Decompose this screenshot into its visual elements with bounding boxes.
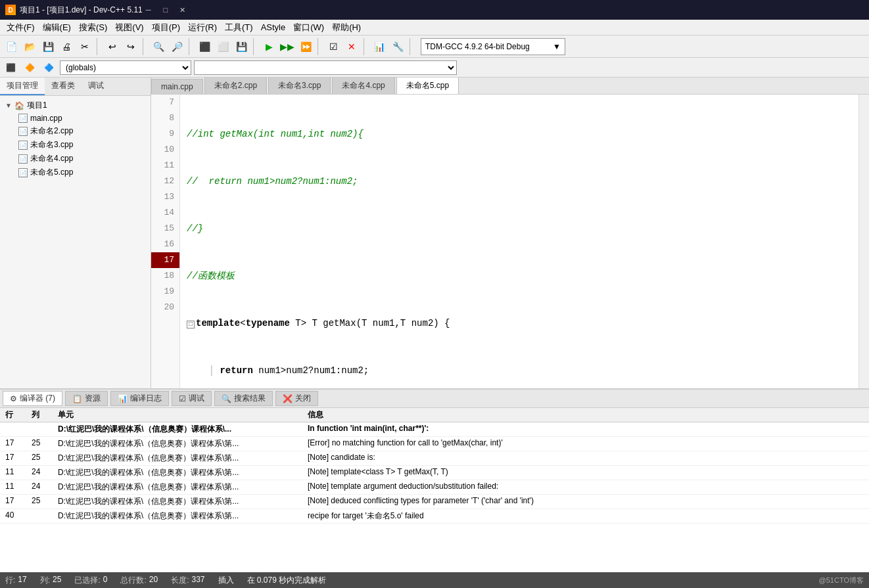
bottom-tab-close[interactable]: ❌ 关闭 bbox=[275, 391, 318, 406]
function-dropdown[interactable] bbox=[194, 60, 457, 75]
table-row[interactable]: 17 25 D:\红泥巴\我的课程体系\（信息奥赛）课程体系\第... [Not… bbox=[0, 451, 869, 466]
vertical-scrollbar[interactable] bbox=[858, 95, 869, 388]
linenum-17: 17 bbox=[151, 252, 179, 268]
code-content[interactable]: //int getMax(int num1,int num2){ // retu… bbox=[180, 95, 858, 388]
bookmark-button[interactable]: 🔧 bbox=[389, 38, 406, 55]
bottom-tab-compiler[interactable]: ⚙ 编译器 (7) bbox=[3, 391, 62, 406]
len-label: 长度: bbox=[171, 575, 189, 586]
sidebar: 项目管理 查看类 调试 ▼ 🏠 项目1 📄 main.cpp 📄 未命名2.cp… bbox=[0, 78, 151, 388]
sidebar-item-main[interactable]: 📄 main.cpp bbox=[3, 112, 148, 124]
editor-tabs: main.cpp 未命名2.cpp 未命名3.cpp 未命名4.cpp 未命名5… bbox=[151, 78, 869, 95]
run-button[interactable]: ▶▶ bbox=[279, 38, 296, 55]
sidebar-item-unnamed5[interactable]: 📄 未命名5.cpp bbox=[3, 166, 148, 179]
project-button[interactable]: ⬛ bbox=[3, 59, 19, 76]
tab-unnamed5[interactable]: 未命名5.cpp bbox=[396, 78, 459, 94]
file-icon-unnamed3: 📄 bbox=[18, 141, 28, 150]
cell-unit: D:\红泥巴\我的课程体系\（信息奥赛）课程体系\第... bbox=[53, 480, 302, 495]
collapse-icon: ▼ bbox=[5, 102, 12, 109]
close-button[interactable]: ✕ bbox=[177, 4, 189, 16]
menu-astyle[interactable]: AStyle bbox=[257, 21, 290, 34]
unindent-button[interactable]: ⬜ bbox=[214, 38, 231, 55]
open-button[interactable]: 📂 bbox=[21, 38, 38, 55]
profile-button[interactable]: 📊 bbox=[371, 38, 388, 55]
table-row[interactable]: 17 25 D:\红泥巴\我的课程体系\（信息奥赛）课程体系\第... [Err… bbox=[0, 437, 869, 451]
minimize-button[interactable]: ─ bbox=[143, 4, 154, 16]
save-button[interactable]: 💾 bbox=[39, 38, 57, 55]
file-name-unnamed4: 未命名4.cpp bbox=[30, 153, 73, 164]
cell-msg: In function 'int main(int, char**)': bbox=[302, 422, 869, 437]
table-row[interactable]: 11 24 D:\红泥巴\我的课程体系\（信息奥赛）课程体系\第... [Not… bbox=[0, 466, 869, 480]
sidebar-tab-project[interactable]: 项目管理 bbox=[0, 78, 45, 95]
new-file-button[interactable]: 📄 bbox=[3, 38, 20, 55]
bottom-tab-log[interactable]: 📊 编译日志 bbox=[110, 391, 169, 406]
sidebar-tab-debug[interactable]: 调试 bbox=[82, 78, 110, 95]
project-root[interactable]: ▼ 🏠 项目1 bbox=[3, 99, 148, 112]
save-all-button[interactable]: 🖨 bbox=[58, 38, 75, 55]
status-parse: 在 0.079 秒内完成解析 bbox=[247, 575, 327, 586]
table-row[interactable]: D:\红泥巴\我的课程体系\（信息奥赛）课程体系\... In function… bbox=[0, 422, 869, 437]
table-row[interactable]: 40 D:\红泥巴\我的课程体系\（信息奥赛）课程体系\第... recipe … bbox=[0, 509, 869, 524]
bottom-tabs: ⚙ 编译器 (7) 📋 资源 📊 编译日志 ☑ 调试 🔍 搜索结果 ❌ 关闭 bbox=[0, 390, 869, 408]
close-tab-label: 关闭 bbox=[295, 393, 311, 404]
menu-view[interactable]: 视图(V) bbox=[111, 20, 147, 35]
toolbar-separator-5 bbox=[317, 38, 321, 55]
linenum-8: 8 bbox=[151, 110, 179, 126]
compile-button[interactable]: ▶ bbox=[260, 38, 277, 55]
resources-tab-label: 资源 bbox=[85, 393, 101, 404]
cell-unit: D:\红泥巴\我的课程体系\（信息奥赛）课程体系\第... bbox=[53, 451, 302, 466]
sidebar-tab-class[interactable]: 查看类 bbox=[45, 78, 82, 95]
fold-marker-11[interactable]: □ bbox=[187, 321, 195, 328]
menu-file[interactable]: 文件(F) bbox=[3, 20, 39, 35]
tab-unnamed4[interactable]: 未命名4.cpp bbox=[332, 78, 394, 94]
menu-edit[interactable]: 编辑(E) bbox=[39, 20, 75, 35]
sidebar-item-unnamed2[interactable]: 📄 未命名2.cpp bbox=[3, 124, 148, 138]
debug-button[interactable]: ☑ bbox=[325, 38, 342, 55]
menu-tools[interactable]: 工具(T) bbox=[221, 20, 257, 35]
sidebar-item-unnamed3[interactable]: 📄 未命名3.cpp bbox=[3, 138, 148, 152]
globals-dropdown[interactable]: (globals) bbox=[60, 60, 191, 75]
bottom-tab-debug[interactable]: ☑ 调试 bbox=[172, 391, 212, 406]
menu-project[interactable]: 项目(P) bbox=[148, 20, 184, 35]
cell-col bbox=[26, 422, 53, 437]
tab-unnamed2[interactable]: 未命名2.cpp bbox=[204, 78, 267, 94]
table-row[interactable]: 11 24 D:\红泥巴\我的课程体系\（信息奥赛）课程体系\第... [Not… bbox=[0, 480, 869, 495]
table-row[interactable]: 17 25 D:\红泥巴\我的课程体系\（信息奥赛）课程体系\第... [Not… bbox=[0, 495, 869, 509]
sidebar-item-unnamed4[interactable]: 📄 未命名4.cpp bbox=[3, 152, 148, 166]
tab-unnamed3[interactable]: 未命名3.cpp bbox=[268, 78, 331, 94]
format-button[interactable]: 💾 bbox=[233, 38, 250, 55]
cell-unit: D:\红泥巴\我的课程体系\（信息奥赛）课程体系\第... bbox=[53, 437, 302, 451]
bottom-tab-resources[interactable]: 📋 资源 bbox=[65, 391, 108, 406]
compile-run-button[interactable]: ⏩ bbox=[297, 38, 314, 55]
redo-button[interactable]: ↪ bbox=[122, 38, 139, 55]
menu-search[interactable]: 搜索(S) bbox=[75, 20, 111, 35]
file-name-main: main.cpp bbox=[30, 114, 62, 123]
window-controls: ─ □ ✕ bbox=[143, 4, 189, 16]
linenum-15: 15 bbox=[151, 221, 179, 237]
code-line-7: //int getMax(int num1,int num2){ bbox=[187, 126, 858, 142]
find-button[interactable]: 🔍 bbox=[150, 38, 167, 55]
close-file-button[interactable]: ✂ bbox=[76, 38, 93, 55]
code-editor[interactable]: 7 8 9 10 11 12 13 14 15 16 17 18 19 20 /… bbox=[151, 95, 869, 388]
resources-tab-icon: 📋 bbox=[72, 394, 82, 403]
close-tab-icon: ❌ bbox=[283, 394, 293, 403]
replace-button[interactable]: 🔎 bbox=[168, 38, 185, 55]
debug-tab-label: 调试 bbox=[189, 393, 204, 404]
class-button[interactable]: 🔶 bbox=[22, 59, 38, 76]
indent-button[interactable]: ⬛ bbox=[196, 38, 213, 55]
stop-button[interactable]: ✕ bbox=[343, 38, 360, 55]
compiler-selector[interactable]: TDM-GCC 4.9.2 64-bit Debug ▼ bbox=[421, 38, 565, 55]
bottom-tab-search[interactable]: 🔍 搜索结果 bbox=[214, 391, 273, 406]
maximize-button[interactable]: □ bbox=[160, 4, 172, 16]
menu-window[interactable]: 窗口(W) bbox=[289, 20, 328, 35]
debug-tab-icon: ☑ bbox=[179, 394, 186, 403]
mode-val: 插入 bbox=[218, 575, 234, 586]
tab-main-cpp[interactable]: main.cpp bbox=[151, 79, 203, 94]
sel-label: 已选择: bbox=[74, 575, 100, 586]
toolbar-separator-1 bbox=[97, 38, 101, 55]
func-button[interactable]: 🔷 bbox=[41, 59, 57, 76]
menu-help[interactable]: 帮助(H) bbox=[328, 20, 365, 35]
menu-run[interactable]: 运行(R) bbox=[184, 20, 221, 35]
titlebar: D 项目1 - [项目1.dev] - Dev-C++ 5.11 ─ □ ✕ bbox=[0, 0, 869, 20]
col-header-msg: 信息 bbox=[302, 408, 869, 422]
undo-button[interactable]: ↩ bbox=[104, 38, 121, 55]
